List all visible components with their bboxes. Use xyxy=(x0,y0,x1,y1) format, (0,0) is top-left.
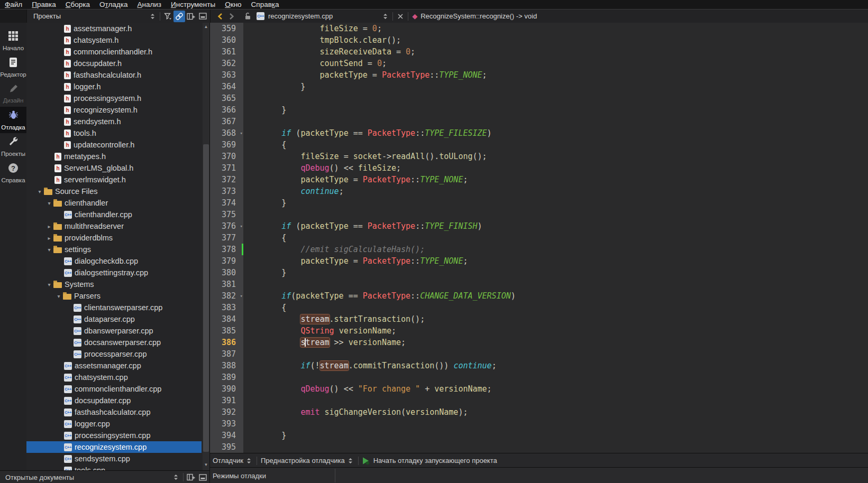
tree-file-row[interactable]: hdocsupdater.h xyxy=(26,58,202,69)
split-panel-icon[interactable] xyxy=(185,471,197,483)
menu-item[interactable]: Правка xyxy=(27,1,61,9)
menu-item[interactable]: Инструменты xyxy=(166,1,220,9)
line-number[interactable]: 395 xyxy=(210,441,243,453)
line-number[interactable]: 363 xyxy=(210,69,243,81)
line-number[interactable]: 368▾ xyxy=(210,127,243,139)
panel-selector-dropdown[interactable] xyxy=(170,471,181,483)
menu-item[interactable]: Анализ xyxy=(132,1,166,9)
code-line[interactable]: qDebug() << "For change " + versionName; xyxy=(243,383,868,395)
code-line[interactable] xyxy=(243,116,868,127)
chevron-down-icon[interactable]: ▾ xyxy=(45,200,53,206)
close-document-icon[interactable] xyxy=(395,11,406,22)
tree-folder-row[interactable]: ▸multithreadserver xyxy=(26,220,202,232)
tree-file-row[interactable]: C++dialogsettingstray.cpp xyxy=(26,267,202,278)
start-debugging-icon[interactable] xyxy=(360,455,372,467)
scroll-down-icon[interactable]: ▼ xyxy=(203,461,209,468)
code-line[interactable]: QString versionName; xyxy=(243,325,868,337)
line-number[interactable]: 365 xyxy=(210,92,243,104)
tree-folder-row[interactable]: ▾settings xyxy=(26,244,202,255)
line-number[interactable]: 377 xyxy=(210,232,243,244)
code-line[interactable]: packetType = PacketType::TYPE_NONE; xyxy=(243,174,868,185)
tree-file-row[interactable]: htools.h xyxy=(26,127,202,139)
mode-welcome[interactable]: Начало xyxy=(0,27,26,54)
open-file-dropdown[interactable] xyxy=(379,11,391,22)
code-line[interactable] xyxy=(243,441,868,453)
line-number[interactable]: 388 xyxy=(210,360,243,371)
close-panel-icon[interactable] xyxy=(197,11,208,22)
start-debugging-label[interactable]: Начать отладку запускающего проекта xyxy=(373,457,497,465)
menu-item[interactable]: Сборка xyxy=(61,1,95,9)
tree-file-row[interactable]: C++sendsystem.cpp xyxy=(26,453,202,465)
tree-file-row[interactable]: C++tools.cpp xyxy=(26,465,202,470)
code-line[interactable]: emit sigChangeVersion(versionName); xyxy=(243,406,868,418)
code-line[interactable]: if(packetType == PacketType::CHANGE_DATA… xyxy=(243,290,868,302)
code-line[interactable]: continue; xyxy=(243,185,868,197)
line-number[interactable]: 362 xyxy=(210,58,243,69)
tree-file-row[interactable]: C++processingsystem.cpp xyxy=(26,430,202,441)
tree-folder-row[interactable]: ▾Systems xyxy=(26,278,202,290)
line-number[interactable]: 394 xyxy=(210,430,243,441)
line-number[interactable]: 385 xyxy=(210,325,243,337)
line-number[interactable]: 380 xyxy=(210,267,243,278)
line-number[interactable]: 359 xyxy=(210,23,243,34)
tree-file-row[interactable]: C++dbanswerparser.cpp xyxy=(26,325,202,337)
chevron-right-icon[interactable]: ▸ xyxy=(45,224,53,229)
tree-file-row[interactable]: C++assetsmanager.cpp xyxy=(26,360,202,371)
line-number[interactable]: 378 xyxy=(210,244,243,255)
panel-selector-dropdown[interactable] xyxy=(147,11,158,22)
line-number[interactable]: 367 xyxy=(210,116,243,127)
code-line[interactable] xyxy=(243,348,868,360)
debugger-preset-dropdown[interactable] xyxy=(345,455,357,467)
tree-folder-row[interactable]: ▾Parsers xyxy=(26,290,202,302)
debugger-preset-selector[interactable]: Преднастройка отладчика xyxy=(261,457,345,465)
code-line[interactable]: } xyxy=(243,104,868,116)
code-line[interactable]: } xyxy=(243,267,868,278)
code-line[interactable]: } xyxy=(243,81,868,92)
line-number[interactable]: 369 xyxy=(210,139,243,151)
tree-file-row[interactable]: hServerLMS_global.h xyxy=(26,162,202,174)
tree-file-row[interactable]: C++commonclienthandler.cpp xyxy=(26,383,202,395)
code-line[interactable]: fileSize = 0; xyxy=(243,23,868,34)
code-line[interactable]: countSend = 0; xyxy=(243,58,868,69)
code-line[interactable]: { xyxy=(243,302,868,313)
code-area[interactable]: fileSize = 0; tmpBlock.clear(); sizeRece… xyxy=(243,23,868,453)
line-number[interactable]: 384 xyxy=(210,313,243,325)
open-file-name[interactable]: recognizesystem.cpp xyxy=(268,12,333,20)
fold-marker-icon[interactable]: ▾ xyxy=(240,127,243,139)
tree-file-row[interactable]: hmetatypes.h xyxy=(26,151,202,162)
mode-help[interactable]: ? Справка xyxy=(0,160,26,186)
line-number[interactable]: 364 xyxy=(210,81,243,92)
code-line[interactable]: { xyxy=(243,232,868,244)
line-number[interactable]: 373 xyxy=(210,185,243,197)
line-number[interactable]: 376▾ xyxy=(210,220,243,232)
tree-file-row[interactable]: C++dialogcheckdb.cpp xyxy=(26,255,202,267)
tree-file-row[interactable]: hupdatecontroller.h xyxy=(26,139,202,151)
tree-file-row[interactable]: C++docsanswerparser.cpp xyxy=(26,337,202,348)
code-line[interactable]: if(!stream.commitTransaction()) continue… xyxy=(243,360,868,371)
code-line[interactable]: { xyxy=(243,139,868,151)
tree-folder-row[interactable]: ▾clienthandler xyxy=(26,197,202,209)
tree-file-row[interactable]: C++clientanswerparser.cpp xyxy=(26,302,202,313)
line-number[interactable]: 386 xyxy=(210,337,243,348)
line-number[interactable]: 370 xyxy=(210,151,243,162)
menu-item[interactable]: Окно xyxy=(220,1,246,9)
chevron-down-icon[interactable]: ▾ xyxy=(54,293,63,299)
line-number[interactable]: 381 xyxy=(210,278,243,290)
code-line[interactable]: tmpBlock.clear(); xyxy=(243,34,868,46)
debugger-selector[interactable]: Отладчик xyxy=(213,457,243,465)
chevron-right-icon[interactable]: ▸ xyxy=(45,235,53,241)
line-number[interactable]: 371 xyxy=(210,162,243,174)
line-number[interactable]: 392 xyxy=(210,406,243,418)
tree-file-row[interactable]: C++clienthandler.cpp xyxy=(26,209,202,220)
tree-scrollbar[interactable]: ▲ ▼ xyxy=(203,23,209,470)
fold-marker-icon[interactable]: ▾ xyxy=(240,220,243,232)
tree-file-row[interactable]: hassetsmanager.h xyxy=(26,23,202,34)
fold-marker-icon[interactable]: ▾ xyxy=(240,290,243,302)
code-line[interactable]: //emit sigCalculateHash(); xyxy=(243,244,868,255)
code-line[interactable] xyxy=(243,418,868,430)
code-line[interactable] xyxy=(243,92,868,104)
code-line[interactable] xyxy=(243,209,868,220)
code-editor[interactable]: 359360361362363364365366367368▾369370371… xyxy=(210,23,868,453)
tree-file-row[interactable]: hserverlmswidget.h xyxy=(26,174,202,185)
menu-item[interactable]: Справка xyxy=(246,1,284,9)
